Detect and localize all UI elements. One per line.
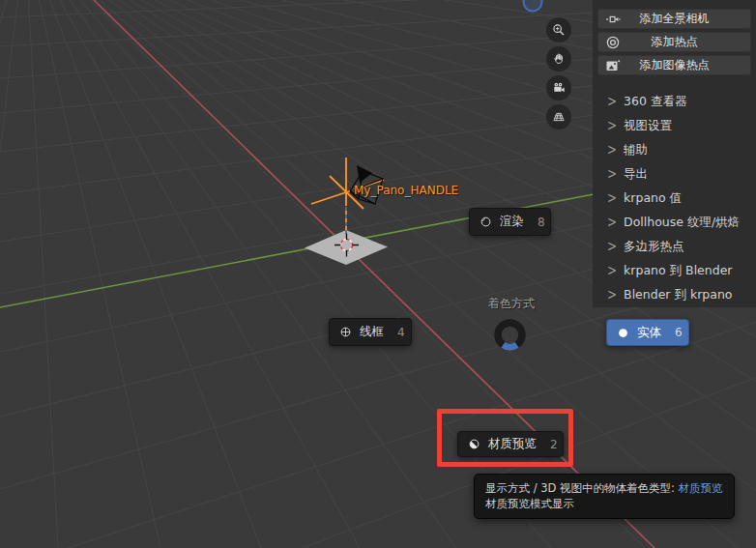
- render-sphere-icon: [479, 215, 493, 229]
- section-label: 多边形热点: [624, 239, 684, 255]
- tooltip: 显示方式 / 3D 视图中的物体着色类型: 材质预览 材质预览模式显示: [474, 474, 735, 519]
- section-label: 视图设置: [624, 118, 672, 134]
- section-label: 导出: [624, 166, 648, 183]
- solid-sphere-icon: [616, 326, 630, 340]
- section-label: 360 查看器: [624, 94, 686, 110]
- button-label: 添加图像热点: [640, 57, 710, 73]
- section-label: Blender 到 krpano: [624, 287, 732, 303]
- section-label: krpano 值: [624, 190, 682, 207]
- section-label: krpano 到 Blender: [624, 263, 732, 279]
- hotspot-icon: [605, 35, 621, 50]
- pie-item-label: 实体: [637, 325, 661, 341]
- add-image-hotspot-button[interactable]: 添加图像热点: [597, 55, 751, 75]
- chevron-right-icon: >: [607, 93, 617, 110]
- grid-view-button[interactable]: [546, 104, 571, 130]
- pie-item-label: 渲染: [500, 214, 524, 230]
- rotate-gizmo-circle[interactable]: [524, 0, 542, 12]
- section-export[interactable]: > 导出: [607, 164, 648, 184]
- section-polygon-hotspot[interactable]: > 多边形热点: [607, 237, 684, 256]
- zoom-in-icon: [551, 22, 567, 38]
- section-krpano-to-blender[interactable]: > krpano 到 Blender: [607, 261, 732, 280]
- chevron-right-icon: >: [607, 165, 617, 183]
- chevron-right-icon: >: [607, 286, 617, 303]
- grid-plane-icon: [551, 109, 567, 125]
- zoom-button[interactable]: [546, 17, 571, 43]
- camera-view-button[interactable]: [546, 75, 571, 101]
- pie-item-key: 8: [524, 216, 545, 229]
- pie-direction-arc: [503, 345, 516, 347]
- tooltip-line1: 显示方式 / 3D 视图中的物体着色类型: 材质预览: [485, 480, 723, 496]
- pie-item-key: 6: [661, 326, 683, 339]
- section-assist[interactable]: > 辅助: [607, 140, 648, 159]
- button-label: 添加全景相机: [640, 11, 710, 27]
- section-view-settings[interactable]: > 视图设置: [607, 116, 672, 135]
- chevron-right-icon: >: [607, 238, 617, 255]
- pan-hand-icon: [551, 51, 567, 67]
- chevron-right-icon: >: [607, 189, 617, 207]
- pie-item-key: 4: [384, 326, 405, 339]
- chevron-right-icon: >: [607, 214, 617, 231]
- section-label: Dollhouse 纹理/烘焙: [624, 215, 740, 231]
- add-pano-camera-button[interactable]: 添加全景相机: [597, 9, 751, 29]
- pie-item-solid[interactable]: 实体 6: [606, 319, 689, 346]
- blender-3d-viewport-window: My_Pano_HANDLE 渲染 8: [0, 0, 756, 548]
- button-label: 添加热点: [652, 34, 698, 50]
- section-blender-to-krpano[interactable]: > Blender 到 krpano: [607, 285, 732, 304]
- image-hotspot-icon: [605, 58, 621, 73]
- pano-camera-icon: [605, 12, 621, 27]
- pie-item-wireframe[interactable]: 线框 4: [329, 318, 412, 346]
- section-label: 辅助: [624, 142, 648, 159]
- pie-item-label: 线框: [360, 324, 384, 340]
- highlight-annotation-box: [437, 409, 573, 467]
- object-label: My_Pano_HANDLE: [354, 184, 458, 197]
- section-360-viewer[interactable]: > 360 查看器: [607, 92, 686, 111]
- tooltip-line2: 材质预览模式显示: [485, 496, 723, 511]
- chevron-right-icon: >: [607, 262, 617, 279]
- pie-direction-donut: [493, 318, 527, 352]
- pie-menu-title: 着色方式: [463, 296, 560, 312]
- section-krpano-values[interactable]: > krpano 值: [607, 188, 682, 208]
- pan-button[interactable]: [546, 46, 571, 72]
- tooltip-value: 材质预览: [679, 481, 723, 495]
- sidebar-panel: 添加全景相机 添加热点 添加图像热点 > 360 查看器 > 视图设置 > 辅助: [593, 0, 756, 307]
- wireframe-sphere-icon: [338, 325, 353, 339]
- add-hotspot-button[interactable]: 添加热点: [597, 32, 751, 52]
- section-dollhouse-texture-bake[interactable]: > Dollhouse 纹理/烘焙: [607, 213, 740, 232]
- pie-item-rendered[interactable]: 渲染 8: [469, 208, 551, 236]
- chevron-right-icon: >: [607, 117, 617, 134]
- camera-view-icon: [551, 80, 567, 96]
- chevron-right-icon: >: [607, 141, 617, 159]
